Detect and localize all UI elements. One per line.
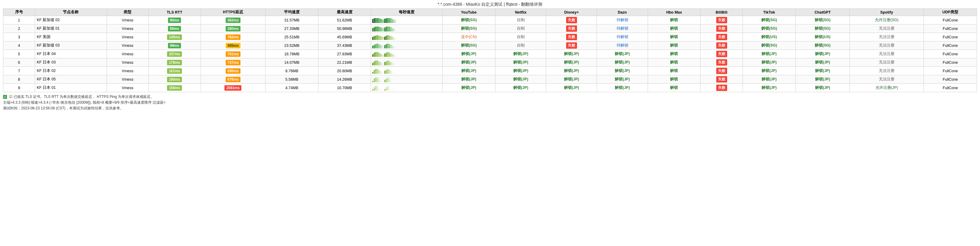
cell-spotify: 允许注册(SG)	[850, 16, 924, 24]
cell-hbomax: 解锁	[648, 75, 700, 84]
cell-disney: 解锁(JP)	[546, 58, 597, 67]
cell-max-speed: 50.96MB	[318, 24, 371, 33]
table-row: 9 KF 日本 01 Vmess 158ms 2081ms 4.74MB 10.…	[3, 84, 977, 92]
cell-name: KF 日本 04	[35, 50, 107, 58]
table-wrapper: 序号 节点名称 类型 TLS RTT HTTPS延迟 平均速度 最高速度 每秒速…	[3, 8, 977, 92]
cell-max-speed: 27.83MB	[318, 50, 371, 58]
cell-tls-rtt: 90ms	[148, 16, 200, 24]
cell-spotify: 无法注册	[850, 24, 924, 33]
table-row: 3 KF 美国 Vmess 145ms 782ms 25.51MB 45.69M…	[3, 33, 977, 42]
cell-id: 4	[3, 42, 35, 50]
cell-name: KF 日本 02	[35, 67, 107, 75]
cell-disney: 失败	[546, 42, 597, 50]
cell-hbomax: 解锁	[648, 50, 700, 58]
table-header-row: 序号 节点名称 类型 TLS RTT HTTPS延迟 平均速度 最高速度 每秒速…	[3, 9, 977, 16]
cell-tls-rtt: 178ms	[148, 58, 200, 67]
cell-disney: 解锁(JP)	[546, 67, 597, 75]
cell-speed-bars	[371, 75, 442, 84]
cell-speed-bars	[371, 67, 442, 75]
cell-netflix: 解锁(JP)	[495, 50, 546, 58]
cell-youtube: 解锁(JP)	[442, 67, 495, 75]
footer-line1: ✓ ☑ 已核实 TLS 证书。TLS RTT 为单次数据交换延迟， HTTPS …	[3, 94, 977, 100]
cell-bilibili: 失败	[700, 84, 743, 92]
cell-max-speed: 45.69MB	[318, 33, 371, 42]
cell-hbomax: 解锁	[648, 67, 700, 75]
cell-netflix: 解锁(JP)	[495, 67, 546, 75]
cell-avg-speed: 25.51MB	[266, 33, 318, 42]
cell-spotify: 无法注册	[850, 42, 924, 50]
cell-max-speed: 51.62MB	[318, 16, 371, 24]
cell-id: 8	[3, 75, 35, 84]
cell-name: KF 新加坡 01	[35, 24, 107, 33]
cell-bilibili: 失败	[700, 58, 743, 67]
cell-dazn: 待解锁	[597, 24, 648, 33]
col-bilibili: BiliBili	[700, 9, 743, 16]
cell-avg-speed: 4.74MB	[266, 84, 318, 92]
cell-type: Vmess	[107, 50, 148, 58]
col-id: 序号	[3, 9, 35, 16]
cell-tiktok: 解锁(JP)	[743, 84, 796, 92]
cell-avg-speed: 14.07MB	[266, 58, 318, 67]
cell-chatgpt: 解锁(JP)	[796, 67, 850, 75]
cell-spotify: 无法注册	[850, 50, 924, 58]
col-name: 节点名称	[35, 9, 107, 16]
cell-name: KF 新加坡 02	[35, 16, 107, 24]
cell-tiktok: 解锁(US)	[743, 33, 796, 42]
cell-type: Vmess	[107, 67, 148, 75]
col-udp: UDP类型	[924, 9, 977, 16]
cell-youtube: 解锁(JP)	[442, 50, 495, 58]
cell-tiktok: 解锁(JP)	[743, 67, 796, 75]
cell-netflix: 解锁(JP)	[495, 58, 546, 67]
cell-udp: FullCone	[924, 33, 977, 42]
col-max-speed: 最高速度	[318, 9, 371, 16]
footer-line2: 主端=4.3.3 (696) 喵速=4.3.4 (↑华东-南京电信 [2000M…	[3, 100, 977, 105]
table-row: 1 KF 新加坡 02 Vmess 90ms 362ms 31.57MB 51.…	[3, 16, 977, 24]
cell-youtube: 解锁(SG)	[442, 24, 495, 33]
cell-netflix: 自制	[495, 42, 546, 50]
cell-netflix: 自制	[495, 33, 546, 42]
cell-bilibili: 失败	[700, 16, 743, 24]
cell-bilibili: 失败	[700, 67, 743, 75]
cell-type: Vmess	[107, 58, 148, 67]
cell-id: 7	[3, 67, 35, 75]
cell-spotify: 无法注册	[850, 67, 924, 75]
cell-type: Vmess	[107, 75, 148, 84]
cell-id: 3	[3, 33, 35, 42]
cell-id: 1	[3, 16, 35, 24]
cell-dazn: 待解锁	[597, 42, 648, 50]
cell-netflix: 自制	[495, 24, 546, 33]
cell-dazn: 待解锁	[597, 16, 648, 24]
cell-speed-bars	[371, 84, 442, 92]
cell-speed-bars	[371, 50, 442, 58]
cell-bilibili: 失败	[700, 24, 743, 33]
cell-max-speed: 20.80MB	[318, 67, 371, 75]
cell-chatgpt: 解锁(SG)	[796, 42, 850, 50]
cell-avg-speed: 18.78MB	[266, 50, 318, 58]
cell-type: Vmess	[107, 24, 148, 33]
cell-name: KF 日本 01	[35, 84, 107, 92]
col-tls-rtt: TLS RTT	[148, 9, 200, 16]
cell-chatgpt: 解锁(JP)	[796, 75, 850, 84]
cell-chatgpt: 解锁(SG)	[796, 16, 850, 24]
cell-https: 737ms	[200, 58, 266, 67]
cell-chatgpt: 解锁(US)	[796, 33, 850, 42]
cell-tls-rtt: 158ms	[148, 84, 200, 92]
cell-dazn: 解锁(JP)	[597, 58, 648, 67]
cell-udp: FullCone	[924, 50, 977, 58]
cell-name: KF 美国	[35, 33, 107, 42]
cell-udp: FullCone	[924, 75, 977, 84]
cell-disney: 失败	[546, 16, 597, 24]
cell-https: 695ms	[200, 67, 266, 75]
cell-https: 362ms	[200, 16, 266, 24]
cell-chatgpt: 解锁(SG)	[796, 24, 850, 33]
cell-avg-speed: 8.76MB	[266, 67, 318, 75]
cell-disney: 解锁(JP)	[546, 50, 597, 58]
cell-youtube: 解锁(SG)	[442, 42, 495, 50]
cell-youtube: 解锁(JP)	[442, 58, 495, 67]
cell-tls-rtt: 145ms	[148, 33, 200, 42]
col-dazn: Dazn	[597, 9, 648, 16]
cell-tls-rtt: 95ms	[148, 24, 200, 33]
cell-hbomax: 解锁	[648, 16, 700, 24]
page-title: *.*.com-4386 - MiaoKo 自定义测试 | ffqtest - …	[3, 2, 977, 7]
cell-disney: 解锁(JP)	[546, 84, 597, 92]
